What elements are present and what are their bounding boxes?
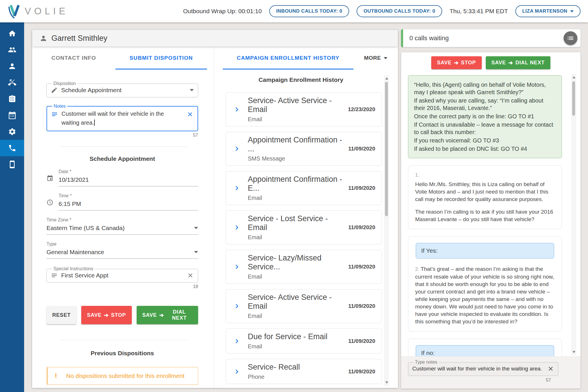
inbound-calls-pill[interactable]: INBOUND CALLS TODAY: 0 [269,5,349,17]
calendar-icon [47,175,53,182]
chevron-down-icon [194,227,198,229]
clear-notes-icon[interactable] [187,111,194,118]
notes-label: Notes [52,104,67,109]
enrollment-list-item[interactable]: Service- Lazy/Missed Service... Email 11… [226,250,382,284]
save-dial-next-button-right[interactable]: SAVE➔DIAL NEXT [486,56,551,69]
chevron-down-icon [190,89,194,91]
arrow-right-icon: ➔ [104,312,109,318]
enrollment-channel: Email [248,273,348,280]
enrollment-list-item[interactable]: Service- Recall Phone 11/09/2020 [226,359,382,384]
save-stop-button[interactable]: SAVE➔STOP [81,306,132,324]
scroll-up-arrow[interactable] [385,77,388,80]
outbound-calls-pill[interactable]: OUTBOUND CALLS TODAY: 0 [357,5,442,17]
notes-char-count: 57 [47,133,198,138]
notes-value: Customer will wait for their vehicle in … [61,111,164,126]
chevron-right-icon[interactable] [233,262,241,271]
enrollment-list-item[interactable]: Service- Active Service - Email Email 12… [226,92,382,126]
exclamation-icon: ! [53,372,57,380]
sidebar-item-home[interactable] [0,25,24,42]
enrollment-date: 11/09/2020 [348,368,375,375]
script-intro-box: “Hello, this (Agent) calling on behalf o… [408,75,562,158]
sidebar-item-phone[interactable] [0,140,24,156]
chevron-right-icon[interactable] [233,184,241,192]
user-menu-button[interactable]: LIZA MARTENSON [515,5,581,17]
scroll-down-arrow[interactable] [572,351,575,353]
sidebar-item-calendar[interactable] [0,107,24,123]
script-step-number: 2. [415,267,419,272]
timezone-label: Time Zone * [47,217,198,223]
chevron-right-icon[interactable] [233,302,241,310]
type-select[interactable]: Type General Maintenance [47,242,198,259]
contact-header-bar: Garrett Smithley [32,30,398,47]
enrollment-channel: Email [248,195,348,201]
if-yes-chip: If Yes: [416,243,554,258]
left-tab-bar: CONTACT INFO SUBMIT DISPOSITION [32,47,214,69]
enrollment-pane: CAMPAIGN ENROLLMENT HISTORY MORE Campaig… [214,47,398,388]
script-paragraph: The reason I’m calling is to ask if you … [415,208,555,223]
enrollment-title: Service- Recall [248,363,348,372]
enrollment-list-item[interactable]: Service- Active Service - Email Email 11… [226,289,382,323]
enrollment-channel: SMS Message [248,155,348,162]
reset-button[interactable]: RESET [47,306,76,324]
enrollment-channel: Email [248,313,348,319]
chevron-right-icon[interactable] [233,223,241,232]
tab-submit-disposition[interactable]: SUBMIT DISPOSITION [115,47,207,69]
special-instructions-input[interactable]: Special Instructions First Service Appt [47,266,198,283]
call-queue-list-button[interactable] [564,31,577,45]
date-field[interactable]: Date * 10/13/2021 [47,169,198,186]
enrollment-list-item[interactable]: Service - Lost Service - Email Email 11/… [226,211,382,244]
script-section-1: 1. Hello Mr./Ms. Smithley, this is Liza … [408,165,562,229]
timezone-select[interactable]: Time Zone * Eastern Time (US & Canada) [47,217,198,235]
type-notes-strip: Type notes Customer will wait for their … [401,356,581,389]
sidebar-item-mobile[interactable] [0,156,24,173]
enrollment-list-item[interactable]: Appointment Confirmation - E... Email 11… [226,171,382,205]
scroll-up-arrow[interactable] [572,76,575,78]
enrollment-date: 11/09/2020 [348,224,375,231]
enrollment-list-item[interactable]: Appointment Confirmation - ... SMS Messa… [226,132,382,166]
tab-contact-info[interactable]: CONTACT INFO [32,47,115,69]
chevron-right-icon[interactable] [233,367,241,376]
disposition-value: Schedule Appointment [61,87,121,94]
type-value: General Maintenance [47,249,104,256]
clear-special-icon[interactable] [187,272,194,279]
scrollbar-thumb[interactable] [572,81,575,116]
more-menu-button[interactable]: MORE [353,47,398,69]
sidebar-item-settings[interactable] [0,123,24,140]
volie-logo-icon [7,4,22,18]
sidebar-item-teams[interactable] [0,42,24,58]
divider [60,146,187,147]
scroll-down-arrow[interactable] [385,381,388,384]
phone-missed-icon [8,78,16,87]
time-field[interactable]: Time * 6:15 PM [47,193,198,211]
enrollment-list-item[interactable]: Due for Service - Email Email 11/09/2020 [226,329,382,354]
warning-text: No dispositions submitted for this enrol… [66,372,184,379]
save-dial-next-button[interactable]: SAVE➔DIAL NEXT [137,306,198,324]
smartphone-icon [8,160,16,169]
enrollment-scrollbar[interactable] [384,75,389,386]
chevron-right-icon[interactable] [233,337,241,345]
list-icon [567,34,574,42]
arrow-right-icon: ➔ [508,59,513,66]
chevron-right-icon[interactable] [233,144,241,153]
previous-dispositions-title: Previous Dispositions [47,350,198,357]
disposition-select[interactable]: Disposition Schedule Appointment [47,81,198,97]
clear-type-notes-icon[interactable] [547,365,554,372]
chevron-right-icon[interactable] [233,105,241,114]
script-section-2: If Yes: 2. That’s great – and the reason… [408,236,562,331]
date-value: 10/13/2021 [59,176,198,183]
scrollbar-thumb[interactable] [385,82,388,216]
sidebar-item-contacts[interactable] [0,58,24,74]
save-stop-button-right[interactable]: SAVE➔STOP [431,56,482,69]
sidebar-item-call-activity[interactable] [0,74,24,91]
enrollment-title: Service- Active Service - Email [248,293,348,311]
notes-textarea[interactable]: Notes Customer will wait for their vehic… [47,104,198,131]
script-step-number: 1. [415,171,555,179]
enrollment-date: 12/23/2020 [348,106,375,113]
type-notes-input[interactable]: Type notes Customer will wait for their … [408,360,558,376]
contact-workspace-card: Garrett Smithley CONTACT INFO SUBMIT DIS… [32,30,398,388]
type-notes-char-count: 57 [401,378,551,383]
sidebar-item-tasks[interactable] [0,91,24,107]
tab-campaign-enrollment-history[interactable]: CAMPAIGN ENROLLMENT HISTORY [223,47,353,69]
calls-waiting-text: 0 calls waiting [409,34,449,42]
script-scrollbar[interactable] [571,74,576,355]
